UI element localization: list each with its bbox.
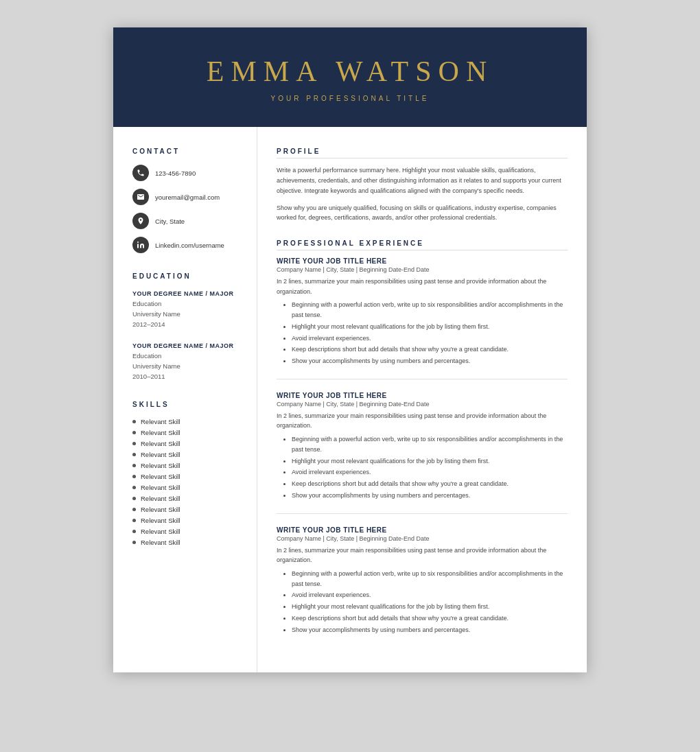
job-title-2: WRITE YOUR JOB TITLE HERE xyxy=(277,526,568,534)
experience-section: PROFESSIONAL EXPERIENCE WRITE YOUR JOB T… xyxy=(277,239,568,635)
contact-phone-item: 123-456-7890 xyxy=(132,165,243,181)
main-content: PROFILE Write a powerful performance sum… xyxy=(257,127,587,672)
contact-email-text: youremail@gmail.com xyxy=(155,193,220,201)
phone-icon xyxy=(132,165,149,181)
profile-heading: PROFILE xyxy=(277,148,568,158)
skills-section: SKILLS Relevant SkillRelevant SkillRelev… xyxy=(132,401,243,546)
job-2-bullet-3: Keep descriptions short but add details … xyxy=(292,613,568,624)
job-entry-1: WRITE YOUR JOB TITLE HERECompany Name | … xyxy=(277,392,568,501)
skill-item-5: Relevant Skill xyxy=(132,473,243,480)
job-1-bullet-3: Keep descriptions short but add details … xyxy=(292,479,568,489)
skill-item-10: Relevant Skill xyxy=(132,528,243,535)
contact-section: CONTACT 123-456-7890 your xyxy=(132,148,243,253)
resume-professional-title: YOUR PROFESSIONAL TITLE xyxy=(134,95,566,102)
job-1-bullet-1: Highlight your most relevant qualificati… xyxy=(292,456,568,467)
location-icon xyxy=(132,213,149,229)
linkedin-icon xyxy=(132,237,149,253)
skill-item-0: Relevant Skill xyxy=(132,418,243,425)
job-1-bullet-2: Avoid irrelevant experiences. xyxy=(292,467,568,478)
skill-item-2: Relevant Skill xyxy=(132,440,243,447)
job-0-bullet-0: Beginning with a powerful action verb, w… xyxy=(292,300,568,320)
profile-paragraph-1: Write a powerful performance summary her… xyxy=(277,165,568,196)
edu-degree-0: YOUR DEGREE NAME / MAJOR xyxy=(132,290,243,298)
education-entry-1: YOUR DEGREE NAME / MAJOR Education Unive… xyxy=(132,342,243,381)
edu-type-1: Education xyxy=(132,351,243,361)
job-summary-1: In 2 lines, summarize your main responsi… xyxy=(277,411,568,431)
resume-body: CONTACT 123-456-7890 your xyxy=(113,127,587,672)
profile-paragraph-2: Show why you are uniquely qualified, foc… xyxy=(277,203,568,224)
job-entry-2: WRITE YOUR JOB TITLE HERECompany Name | … xyxy=(277,526,568,635)
job-2-bullet-2: Highlight your most relevant qualificati… xyxy=(292,602,568,612)
contact-phone-text: 123-456-7890 xyxy=(155,169,196,177)
skill-item-6: Relevant Skill xyxy=(132,484,243,491)
resume-header: EMMA WATSON YOUR PROFESSIONAL TITLE xyxy=(113,27,587,127)
job-1-bullet-4: Show your accomplishments by using numbe… xyxy=(292,491,568,501)
contact-location-text: City, State xyxy=(155,218,185,225)
email-icon xyxy=(132,189,149,205)
job-2-bullet-1: Avoid irrelevant experiences. xyxy=(292,590,568,600)
edu-type-0: Education xyxy=(132,298,243,309)
job-0-bullet-2: Avoid irrelevant experiences. xyxy=(292,333,568,344)
contact-email-item: youremail@gmail.com xyxy=(132,189,243,205)
edu-university-0: University Name xyxy=(132,309,243,319)
experience-heading: PROFESSIONAL EXPERIENCE xyxy=(277,239,568,250)
edu-years-0: 2012–2014 xyxy=(132,319,243,329)
job-title-1: WRITE YOUR JOB TITLE HERE xyxy=(277,392,568,399)
contact-linkedin-text: Linkedin.com/username xyxy=(155,242,224,249)
education-entry-0: YOUR DEGREE NAME / MAJOR Education Unive… xyxy=(132,290,243,329)
job-0-bullet-4: Show your accomplishments by using numbe… xyxy=(292,356,568,366)
job-title-0: WRITE YOUR JOB TITLE HERE xyxy=(277,257,568,265)
skill-item-9: Relevant Skill xyxy=(132,517,243,524)
contact-linkedin-item: Linkedin.com/username xyxy=(132,237,243,253)
job-bullets-2: Beginning with a powerful action verb, w… xyxy=(277,569,568,635)
contact-heading: CONTACT xyxy=(132,148,243,155)
job-0-bullet-3: Keep descriptions short but add details … xyxy=(292,344,568,355)
education-section: EDUCATION YOUR DEGREE NAME / MAJOR Educa… xyxy=(132,272,243,381)
resume-document: EMMA WATSON YOUR PROFESSIONAL TITLE CONT… xyxy=(113,27,587,672)
skill-item-1: Relevant Skill xyxy=(132,429,243,436)
job-summary-2: In 2 lines, summarize your main responsi… xyxy=(277,545,568,565)
education-heading: EDUCATION xyxy=(132,272,243,280)
skill-item-7: Relevant Skill xyxy=(132,495,243,502)
resume-sidebar: CONTACT 123-456-7890 your xyxy=(113,127,257,672)
resume-name: EMMA WATSON xyxy=(134,55,566,88)
job-bullets-0: Beginning with a powerful action verb, w… xyxy=(277,300,568,366)
job-0-bullet-1: Highlight your most relevant qualificati… xyxy=(292,322,568,332)
skills-list: Relevant SkillRelevant SkillRelevant Ski… xyxy=(132,418,243,546)
job-meta-0: Company Name | City, State | Beginning D… xyxy=(277,266,568,273)
job-meta-1: Company Name | City, State | Beginning D… xyxy=(277,401,568,408)
job-meta-2: Company Name | City, State | Beginning D… xyxy=(277,535,568,542)
contact-location-item: City, State xyxy=(132,213,243,229)
skill-item-11: Relevant Skill xyxy=(132,539,243,546)
skills-heading: SKILLS xyxy=(132,401,243,408)
skill-item-3: Relevant Skill xyxy=(132,451,243,458)
job-summary-0: In 2 lines, summarize your main responsi… xyxy=(277,277,568,296)
job-1-bullet-0: Beginning with a powerful action verb, w… xyxy=(292,434,568,455)
profile-section: PROFILE Write a powerful performance sum… xyxy=(277,148,568,223)
job-entry-0: WRITE YOUR JOB TITLE HERECompany Name | … xyxy=(277,257,568,366)
skill-item-8: Relevant Skill xyxy=(132,506,243,513)
job-2-bullet-0: Beginning with a powerful action verb, w… xyxy=(292,569,568,589)
edu-degree-1: YOUR DEGREE NAME / MAJOR xyxy=(132,342,243,351)
skill-item-4: Relevant Skill xyxy=(132,462,243,469)
job-bullets-1: Beginning with a powerful action verb, w… xyxy=(277,434,568,501)
job-2-bullet-4: Show your accomplishments by using numbe… xyxy=(292,625,568,635)
edu-university-1: University Name xyxy=(132,361,243,371)
edu-years-1: 2010–2011 xyxy=(132,371,243,381)
